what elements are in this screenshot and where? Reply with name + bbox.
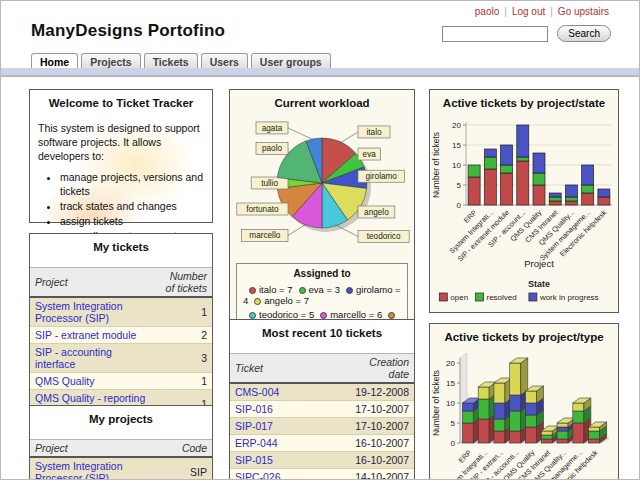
bar-segment [582,165,594,185]
separator: | [499,6,512,17]
workload-title: Current workload [230,90,414,115]
my-projects-panel: My projects Project Code System Integrat… [29,405,213,480]
bar-segment [573,403,584,411]
bar-segment [517,161,529,205]
column-header-count: Number of tickets [160,268,212,298]
bar-segment [541,435,552,439]
bar-segment [573,423,584,443]
bar-segment [589,439,600,443]
recent-ticket-row-link[interactable]: ERP-044 [235,437,278,449]
bar-segment [598,189,610,197]
recent-ticket-row-link[interactable]: SIP-015 [235,454,273,466]
bar-segment [468,165,480,177]
recent-ticket-row-link[interactable]: CMS-004 [235,386,279,398]
bar-segment [549,201,561,205]
my-ticket-row: SIP - accounting interface3 [30,344,212,373]
bar-segment [557,439,568,443]
my-ticket-row-link[interactable]: SIP - extranet module [35,329,136,341]
my-project-row: System Integration Processor (SIP)SIP [30,457,212,480]
bar-segment [510,395,521,411]
bar-segment [533,153,545,173]
bar-segment [526,403,537,415]
bar-segment [484,157,496,169]
svg-text:work in progress: work in progress [539,293,599,302]
bar-segment [533,173,545,185]
bar-segment [462,423,473,443]
bar-segment [557,431,568,439]
my-ticket-row-link[interactable]: System Integration Processor (SIP) [35,300,123,324]
svg-text:teodorico: teodorico [367,232,401,241]
bar-segment [510,363,521,395]
my-ticket-row: System Integration Processor (SIP)1 [30,297,212,327]
bar-segment [541,439,552,443]
bar-segment [494,431,505,443]
bar-segment [526,427,537,443]
bar-segment [573,411,584,423]
go-upstairs-link[interactable]: Go upstairs [558,6,609,17]
recent-tickets-table: Ticket Creation date CMS-00419-12-2008SI… [230,353,414,480]
legend-entry: angelo = 7 [264,295,309,306]
svg-text:5: 5 [457,181,462,190]
my-projects-title: My projects [30,406,212,439]
recent-ticket-row: SIPC-02614-10-2007 [230,469,414,480]
legend-entry: teodorico = 5 [259,309,314,320]
bar-segment [589,427,600,431]
workload-chart-area: italoevagirolamoangeloteodoricomarcellof… [230,115,414,259]
recent-tickets-panel: Most recent 10 tickets Ticket Creation d… [229,319,415,480]
search-button[interactable]: Search [557,25,611,42]
svg-text:10: 10 [452,161,461,170]
pie-legend-title: Assigned to [241,266,403,282]
my-ticket-row-link[interactable]: SIP - accounting interface [35,346,112,370]
type-chart-panel: Active tickets by project/type 05101520E… [429,323,619,480]
legend-dot-girolamo [346,287,353,294]
bar-segment [462,403,473,411]
type-chart-area: 05101520ERPSystem Integrati...SIP - extr… [430,349,618,480]
page-title: ManyDesigns Portofino [31,21,225,41]
state-bar-chart: 05101520ERPSystem Integrati...SIP - extr… [430,115,618,313]
bar-segment [478,419,489,443]
bar-segment [549,197,561,201]
recent-ticket-row: SIP-01617-10-2007 [230,401,414,418]
recent-ticket-row-link[interactable]: SIPC-026 [235,471,281,480]
bar-segment [565,197,577,201]
bar-segment [565,185,577,197]
legend-dot-italo [249,287,256,294]
welcome-bullet: track states and changes [60,199,204,213]
bar-segment [478,387,489,399]
type-chart-title: Active tickets by project/type [430,324,618,349]
recent-ticket-row-link[interactable]: SIP-016 [235,403,273,415]
bar-segment [462,411,473,423]
tab-strip [1,68,639,77]
svg-text:open: open [450,293,468,302]
bar-segment [494,403,505,419]
welcome-panel: Welcome to Ticket Tracker This system is… [29,89,213,223]
my-ticket-row: QMS Quality1 [30,373,212,390]
recent-ticket-row-link[interactable]: SIP-017 [235,420,273,432]
search-input[interactable] [442,26,548,42]
bar-segment [484,169,496,205]
recent-tickets-title: Most recent 10 tickets [230,320,414,353]
welcome-intro: This system is designed to support softw… [38,122,200,162]
user-link[interactable]: paolo [475,6,499,17]
app-window: paolo|Log out|Go upstairs ManyDesigns Po… [0,0,640,480]
my-project-row-link[interactable]: System Integration Processor (SIP) [35,460,123,480]
search-area: Search [442,24,611,42]
state-chart-panel: Active tickets by project/state 05101520… [429,89,619,313]
bar-segment [501,173,513,205]
svg-text:0: 0 [451,439,456,448]
legend-entry: eva = 3 [309,284,340,295]
logout-link[interactable]: Log out [512,6,545,17]
legend-entry: marcello = 6 [330,309,382,320]
legend-swatch-open [439,293,447,301]
type-bar-chart: 05101520ERPSystem Integrati...SIP - extr… [430,349,618,480]
svg-text:tullio: tullio [261,179,278,188]
my-ticket-row-link[interactable]: QMS Quality [35,375,95,387]
bar-segment [517,157,529,161]
bar-segment [549,193,561,197]
recent-ticket-row: SIP-01717-10-2007 [230,418,414,435]
bar-segment [589,431,600,439]
svg-text:Project: Project [524,258,554,269]
svg-text:0: 0 [457,201,462,210]
svg-text:girolamo: girolamo [365,172,397,181]
bar-segment [468,177,480,205]
